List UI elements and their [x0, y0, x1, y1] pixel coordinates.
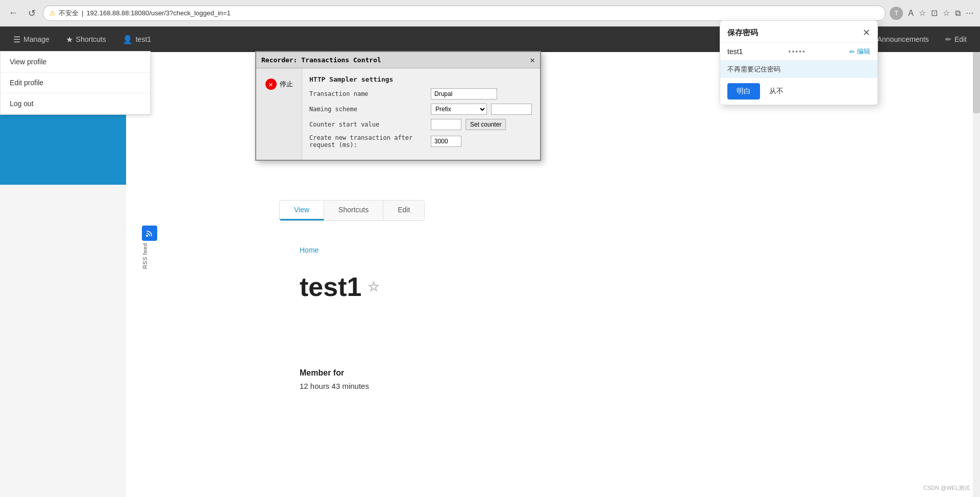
csdn-watermark: CSDN @WEL测试	[923, 484, 970, 492]
popup-deny-button[interactable]: 从不	[765, 83, 788, 100]
scrollbar-thumb[interactable]	[973, 52, 980, 113]
toolbar-user-label: test1	[136, 35, 151, 43]
transaction-name-row: Transaction name	[309, 88, 533, 100]
tab-view[interactable]: View	[280, 201, 324, 220]
toolbar-user[interactable]: 👤 test1	[114, 27, 159, 52]
counter-start-row: Counter start value Set counter	[309, 119, 533, 130]
recorder-close-button[interactable]: ✕	[530, 55, 535, 65]
rss-feed: RSS feed	[142, 226, 157, 269]
profile-username: test1	[300, 271, 361, 302]
stop-x-icon: ✕	[268, 80, 273, 88]
shortcuts-dropdown: View profile Edit profile Log out	[0, 51, 151, 115]
password-popup-title: 保存密码	[727, 28, 758, 38]
transaction-name-input[interactable]	[431, 88, 497, 100]
naming-scheme-label: Naming scheme	[309, 106, 427, 113]
profile-star-icon[interactable]: ☆	[368, 279, 379, 295]
recorder-title: Recorder: Transactions Control	[261, 56, 381, 64]
naming-value-input[interactable]	[491, 104, 532, 115]
translate-icon[interactable]: A	[908, 9, 914, 18]
naming-scheme-row: Naming scheme Prefix Suffix	[309, 104, 533, 115]
member-section: Member for 12 hours 43 minutes	[300, 368, 369, 390]
popup-edit-link[interactable]: ✏ 编辑	[849, 47, 870, 56]
toolbar-user-icon: 👤	[122, 35, 133, 44]
popup-credentials-row: test1 ••••• ✏ 编辑	[720, 43, 877, 61]
back-button[interactable]: ←	[6, 6, 20, 20]
recorder-stop-panel: ✕ 停止	[256, 68, 302, 160]
stop-circle-icon: ✕	[265, 79, 277, 90]
settings-title: HTTP Sampler settings	[309, 76, 533, 83]
svg-point-0	[146, 235, 148, 237]
toolbar-edit-label: Edit	[954, 35, 967, 43]
shortcuts-log-out[interactable]: Log out	[1, 93, 150, 114]
recorder-titlebar: Recorder: Transactions Control ✕	[256, 52, 540, 68]
address-bar[interactable]: ⚠ 不安全 | 192.168.88.88:18080/user/3?check…	[43, 6, 886, 21]
create-transaction-row: Create new transaction after request (ms…	[309, 134, 533, 148]
breadcrumb: Home	[300, 246, 318, 254]
scrollbar[interactable]	[973, 52, 980, 497]
popup-actions: 明白 从不	[720, 78, 877, 105]
toolbar-manage-label: Manage	[23, 35, 50, 43]
profile-circle-icon[interactable]: T	[890, 7, 903, 20]
rss-feed-label: RSS feed	[142, 243, 148, 269]
naming-scheme-select[interactable]: Prefix Suffix	[431, 104, 487, 115]
edit-pencil-icon: ✏	[849, 48, 855, 56]
popup-username: test1	[727, 47, 785, 56]
shortcuts-view-profile[interactable]: View profile	[1, 52, 150, 72]
tab-shortcuts[interactable]: Shortcuts	[324, 201, 383, 220]
security-warning-text: 不安全	[59, 9, 79, 18]
browser-right-icons: T A ☆ ⊡ ☆ ⧉ ⋯	[890, 7, 974, 20]
address-separator: |	[82, 9, 83, 17]
password-popup-close-button[interactable]: ✕	[863, 27, 870, 38]
shortcuts-edit-profile[interactable]: Edit profile	[1, 72, 150, 93]
toolbar-edit[interactable]: ✏ Edit	[937, 27, 975, 52]
toolbar-shortcuts[interactable]: ★ Shortcuts	[58, 27, 114, 52]
member-label: Member for	[300, 368, 369, 378]
transaction-name-label: Transaction name	[309, 90, 427, 97]
counter-start-input[interactable]	[431, 119, 461, 130]
content-tabs: View Shortcuts Edit	[279, 200, 425, 221]
stop-button[interactable]: ✕ 停止	[265, 79, 293, 90]
password-popup: 保存密码 ✕ test1 ••••• ✏ 编辑 不再需要记住密码 明白 从不	[720, 20, 878, 105]
breadcrumb-home[interactable]: Home	[300, 246, 318, 254]
popup-remember-row: 不再需要记住密码	[720, 61, 877, 78]
profile-name-section: test1 ☆	[300, 271, 379, 302]
popup-confirm-button[interactable]: 明白	[727, 83, 760, 100]
create-transaction-label: Create new transaction after request (ms…	[309, 134, 427, 148]
recorder-body: ✕ 停止 HTTP Sampler settings Transaction n…	[256, 68, 540, 160]
recorder-dialog: Recorder: Transactions Control ✕ ✕ 停止 HT…	[255, 51, 541, 161]
security-warning-icon: ⚠	[50, 9, 56, 17]
rss-feed-icon[interactable]	[142, 226, 157, 241]
set-counter-button[interactable]: Set counter	[465, 119, 506, 130]
url-text: 192.168.88.88:18080/user/3?check_logged_…	[86, 9, 230, 17]
password-popup-header: 保存密码 ✕	[720, 21, 877, 43]
refresh-button[interactable]: ↺	[24, 6, 39, 20]
recorder-settings: HTTP Sampler settings Transaction name N…	[302, 68, 540, 160]
bookmark-icon[interactable]: ☆	[943, 8, 950, 18]
manage-icon: ☰	[13, 35, 20, 44]
popup-password-dots: •••••	[789, 47, 846, 56]
toolbar-manage[interactable]: ☰ Manage	[5, 27, 58, 52]
extensions-icon[interactable]: ⧉	[955, 9, 961, 18]
toolbar-shortcuts-label: Shortcuts	[76, 35, 106, 43]
tab-edit[interactable]: Edit	[383, 201, 424, 220]
stop-label: 停止	[280, 80, 293, 89]
create-transaction-input[interactable]	[431, 136, 461, 147]
content-area: View Shortcuts Edit Home test1 ☆ Member …	[126, 52, 980, 497]
popup-edit-label: 编辑	[857, 47, 870, 56]
more-options-icon[interactable]: ⋯	[966, 8, 974, 18]
split-view-icon[interactable]: ⊡	[931, 8, 938, 18]
toolbar-announcements-label: Announcements	[877, 35, 929, 43]
shortcuts-star-icon: ★	[66, 35, 73, 44]
pencil-icon: ✏	[945, 35, 951, 43]
member-value: 12 hours 43 minutes	[300, 382, 369, 390]
popup-remember-text: 不再需要记住密码	[727, 65, 780, 74]
address-star-icon[interactable]: ☆	[919, 8, 926, 18]
counter-start-label: Counter start value	[309, 121, 427, 128]
